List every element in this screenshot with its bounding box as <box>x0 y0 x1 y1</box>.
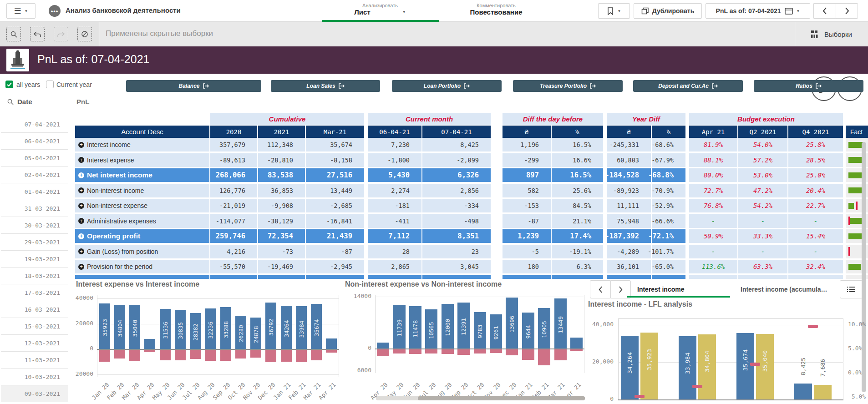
account-cell[interactable]: +Interest expense <box>75 153 209 167</box>
budget-cell[interactable]: - <box>788 245 843 258</box>
budget-cell[interactable]: 15.4% <box>788 229 843 243</box>
value-cell[interactable]: -155,579 <box>607 275 651 279</box>
value-cell[interactable]: -184,528 <box>607 168 651 182</box>
value-cell[interactable]: 2,865 <box>368 260 421 273</box>
value-cell[interactable]: -245,331 <box>607 138 651 152</box>
chart1-bar-aug-20-expense[interactable] <box>205 350 216 361</box>
budget-cell[interactable]: 76.8% <box>689 199 737 212</box>
value-cell[interactable]: -5 <box>503 245 551 258</box>
value-cell[interactable]: 259,746 <box>210 229 257 243</box>
date-list-item[interactable]: 17-03-2021 <box>1 284 68 301</box>
budget-cell[interactable]: 81.9% <box>689 138 737 152</box>
chart2-bar-sep-20-expense[interactable] <box>457 349 470 355</box>
step-back-button[interactable] <box>30 27 45 41</box>
column-header-mar-21-3[interactable]: Mar-21 <box>306 126 364 138</box>
value-cell[interactable]: 84.5% <box>552 199 603 212</box>
value-cell[interactable]: 11,419 <box>422 275 491 279</box>
column-header-q2-2021-11[interactable]: Q2 2021 <box>738 126 787 138</box>
chart1-bar-sep-20-expense[interactable] <box>220 350 231 361</box>
value-cell[interactable]: 208,392 <box>210 275 257 279</box>
value-cell[interactable]: 17.4% <box>552 229 603 243</box>
column-header-2020-1[interactable]: 2020 <box>210 126 257 138</box>
chart2-bar-jan-21-expense[interactable] <box>522 349 534 360</box>
value-cell[interactable]: -2,099 <box>422 153 491 167</box>
chart2-hscrollbar-thumb[interactable] <box>418 396 585 400</box>
value-cell[interactable]: 21,439 <box>306 229 364 243</box>
value-cell[interactable]: 180 <box>503 260 551 273</box>
value-cell[interactable]: 3,045 <box>422 260 491 273</box>
budget-cell[interactable]: 12.9% <box>788 275 843 279</box>
chart1-bar-jun-20-expense[interactable] <box>175 350 186 360</box>
date-list-item[interactable]: 12-03-2021 <box>1 335 68 352</box>
value-cell[interactable]: -68.6% <box>652 138 685 152</box>
budget-cell[interactable]: 42.2% <box>689 275 737 279</box>
chart3-lfl-marker[interactable] <box>750 363 760 366</box>
nav-button-treasure-portfolio[interactable]: Treasure Portfolio <box>513 80 623 92</box>
expand-plus-icon[interactable]: + <box>78 187 84 193</box>
date-list-item[interactable]: 16-03-2021 <box>1 301 68 318</box>
value-cell[interactable]: -19,469 <box>258 260 305 273</box>
budget-cell[interactable]: 33.3% <box>738 229 787 243</box>
smart-search-button[interactable] <box>6 27 21 41</box>
column-header--6[interactable]: ₴ <box>503 126 551 138</box>
previous-sheet-button[interactable] <box>813 3 836 19</box>
chart1-bar-mar-21-expense[interactable] <box>311 350 322 360</box>
column-header--7[interactable]: % <box>552 126 603 138</box>
table-row-provision-for-the-period[interactable]: +Provision for the period-55,570-19,469-… <box>0 260 868 273</box>
value-cell[interactable]: -87 <box>306 245 364 258</box>
value-cell[interactable]: 36,853 <box>258 184 305 197</box>
chart2-bar-apr-20-expense[interactable] <box>377 349 389 356</box>
chart1-bar-may-20-expense[interactable] <box>160 350 171 360</box>
table-row-administrative-expenses[interactable]: +Administrative expenses-114,077-38,129-… <box>0 214 868 228</box>
nav-button-deposit-and-cur-ac[interactable]: Deposit and Cur.Ac <box>633 80 743 92</box>
value-cell[interactable]: 126,776 <box>210 184 257 197</box>
value-cell[interactable]: 25.6% <box>552 184 603 197</box>
value-cell[interactable]: 357,679 <box>210 138 257 152</box>
value-cell[interactable]: -2,685 <box>306 199 364 212</box>
value-cell[interactable]: -19.1% <box>552 245 603 258</box>
column-header--8[interactable]: ₴ <box>607 126 651 138</box>
expand-plus-icon[interactable]: + <box>78 172 84 178</box>
chart-list-button[interactable] <box>840 280 863 298</box>
chart3-lfl-marker[interactable] <box>692 385 702 388</box>
value-cell[interactable]: -68.8% <box>652 168 685 182</box>
nav-button-loan-sales[interactable]: Loan Sales <box>271 80 380 92</box>
value-cell[interactable]: -72.1% <box>652 229 685 243</box>
selections-tool-button[interactable]: Выборки <box>795 22 868 46</box>
tab-analyze[interactable]: Анализировать Лист ▼ <box>335 3 426 20</box>
value-cell[interactable]: 83,538 <box>258 168 305 182</box>
clear-selections-button[interactable] <box>77 27 92 41</box>
value-cell[interactable]: 1,196 <box>503 138 551 152</box>
budget-cell[interactable]: 25.8% <box>788 138 843 152</box>
expand-plus-icon[interactable]: + <box>78 218 84 224</box>
table-scrollbar[interactable] <box>862 142 866 392</box>
budget-cell[interactable]: 28.5% <box>788 153 843 167</box>
budget-cell[interactable]: 57.2% <box>738 153 787 167</box>
chart3-bar-blue[interactable] <box>794 384 812 399</box>
expand-plus-icon[interactable]: + <box>78 248 84 254</box>
budget-cell[interactable]: 80.0% <box>689 168 737 182</box>
value-cell[interactable]: 6,326 <box>422 168 491 182</box>
budget-cell[interactable]: - <box>738 245 787 258</box>
value-cell[interactable]: 10,005 <box>368 275 421 279</box>
value-cell[interactable]: 72,354 <box>258 229 305 243</box>
value-cell[interactable]: 60,803 <box>607 153 651 167</box>
value-cell[interactable]: 52,813 <box>258 275 305 279</box>
expand-plus-icon[interactable]: + <box>78 203 84 209</box>
chart2-bar-mar-21-expense[interactable] <box>554 349 567 360</box>
value-cell[interactable]: 2,856 <box>422 184 491 197</box>
expand-plus-icon[interactable]: + <box>78 233 84 239</box>
value-cell[interactable]: -52.9% <box>652 199 685 212</box>
value-cell[interactable]: 7,230 <box>368 138 421 152</box>
chart3-bar-yellow[interactable] <box>814 385 832 399</box>
value-cell[interactable]: -153 <box>503 199 551 212</box>
table-row-interest-expense[interactable]: +Interest expense-89,613-28,810-8,158-1,… <box>0 153 868 167</box>
value-cell[interactable]: 7,112 <box>368 229 421 243</box>
account-cell[interactable]: +Gain (Loss) from position <box>75 245 209 258</box>
budget-cell[interactable]: - <box>689 214 737 228</box>
value-cell[interactable]: 8,425 <box>422 138 491 152</box>
budget-cell[interactable]: - <box>788 214 843 228</box>
value-cell[interactable]: -66.6% <box>652 214 685 228</box>
budget-cell[interactable]: - <box>689 245 737 258</box>
value-cell[interactable]: -87 <box>503 214 551 228</box>
